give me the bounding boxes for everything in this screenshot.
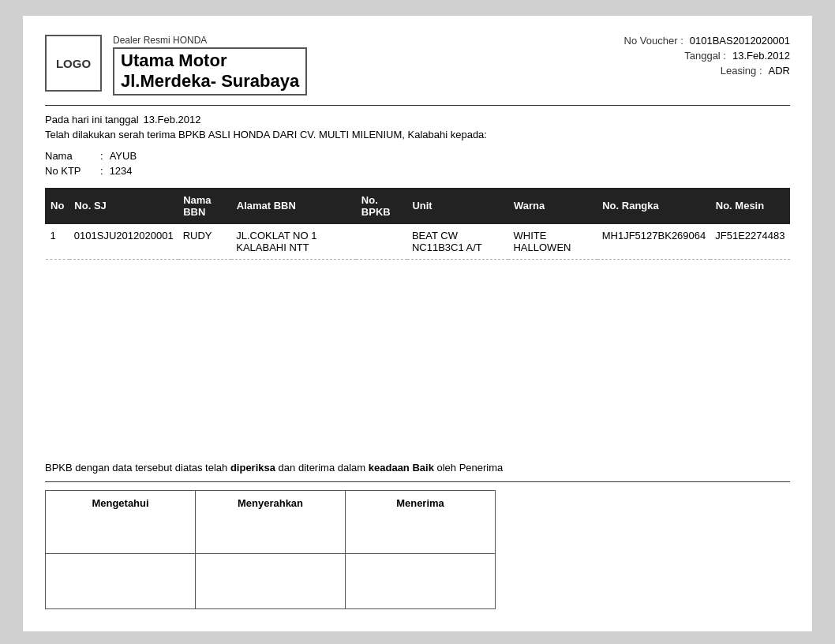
- sig-menyerahkan-space: [196, 554, 346, 609]
- col-no: No: [46, 188, 69, 223]
- table-cell-0-0: 1: [46, 223, 69, 259]
- document-page: LOGO Dealer Resmi HONDA Utama Motor Jl.M…: [23, 16, 812, 631]
- footer-text-middle: dan diterima dalam: [275, 462, 369, 474]
- voucher-value: 0101BAS2012020001: [690, 35, 790, 47]
- bottom-section: BPKB dengan data tersebut diatas telah d…: [45, 452, 790, 609]
- dealer-name: Utama Motor Jl.Merdeka- Surabaya: [113, 47, 307, 95]
- col-no-bpkb: No. BPKB: [356, 188, 407, 223]
- nama-label: Nama: [45, 150, 100, 162]
- sig-mengetahui-space: [46, 554, 196, 609]
- para-text: Telah dilakukan serah terima BPKB ASLI H…: [45, 129, 790, 140]
- table-cell-0-8: JF51E2274483: [710, 223, 789, 259]
- footer-text: BPKB dengan data tersebut diatas telah d…: [45, 462, 790, 474]
- col-no-rangka: No. Rangka: [597, 188, 711, 223]
- sig-menerima-space: [346, 554, 496, 609]
- footer-diperiksa: diperiksa: [230, 462, 275, 474]
- intro-date-line: Pada hari ini tanggal 13.Feb.2012: [45, 114, 790, 125]
- intro-date-value: 13.Feb.2012: [144, 114, 201, 125]
- tanggal-row: Tanggal : 13.Feb.2012: [620, 50, 790, 62]
- table-cell-0-4: [356, 223, 407, 259]
- tanggal-value: 13.Feb.2012: [732, 50, 790, 62]
- col-unit: Unit: [407, 188, 509, 223]
- voucher-label: No Voucher :: [620, 35, 683, 47]
- table-cell-0-1: 0101SJU2012020001: [69, 223, 178, 259]
- dealer-name-line1: Utama Motor: [121, 51, 227, 70]
- logo-box: LOGO: [45, 35, 102, 92]
- sig-menerima: Menerima: [346, 491, 496, 554]
- dealer-resmi-label: Dealer Resmi HONDA: [113, 35, 307, 46]
- table-cell-0-3: JL.COKLAT NO 1 KALABAHI NTT: [231, 223, 356, 259]
- leasing-row: Leasing : ADR: [620, 65, 790, 77]
- table-cell-0-6: WHITE HALLOWEN: [508, 223, 597, 259]
- dealer-name-line2: Jl.Merdeka- Surabaya: [121, 71, 299, 91]
- bpkb-table: No No. SJ Nama BBN Alamat BBN No. BPKB U…: [45, 188, 790, 260]
- dealer-info: Dealer Resmi HONDA Utama Motor Jl.Merdek…: [113, 35, 307, 95]
- noktp-value: 1234: [110, 165, 133, 177]
- table-cell-0-5: BEAT CW NC11B3C1 A/T: [407, 223, 509, 259]
- logo-text: LOGO: [56, 57, 91, 70]
- tanggal-label: Tanggal :: [663, 50, 726, 62]
- voucher-row: No Voucher : 0101BAS2012020001: [620, 35, 790, 47]
- table-cell-0-7: MH1JF5127BK269064: [597, 223, 711, 259]
- nama-colon: :: [100, 150, 103, 162]
- noktp-colon: :: [100, 165, 103, 177]
- footer-keadaan-baik: keadaan Baik: [369, 462, 434, 474]
- nama-row: Nama : AYUB: [45, 150, 790, 162]
- table-row: 10101SJU2012020001RUDYJL.COKLAT NO 1 KAL…: [46, 223, 790, 259]
- leasing-value: ADR: [769, 65, 790, 77]
- col-warna: Warna: [508, 188, 597, 223]
- footer-text-after: oleh Penerima: [434, 462, 503, 474]
- signature-table: Mengetahui Menyerahkan Menerima: [45, 490, 496, 609]
- sig-mengetahui: Mengetahui: [46, 491, 196, 554]
- footer-text-before: BPKB dengan data tersebut diatas telah: [45, 462, 230, 474]
- col-nama-bbn: Nama BBN: [178, 188, 232, 223]
- leasing-label: Leasing :: [699, 65, 762, 77]
- col-no-mesin: No. Mesin: [710, 188, 789, 223]
- noktp-label: No KTP: [45, 165, 100, 177]
- header-section: LOGO Dealer Resmi HONDA Utama Motor Jl.M…: [45, 35, 790, 95]
- signature-space-row: [46, 554, 496, 609]
- header-left: LOGO Dealer Resmi HONDA Utama Motor Jl.M…: [45, 35, 307, 95]
- nama-value: AYUB: [110, 150, 137, 162]
- signature-header-row: Mengetahui Menyerahkan Menerima: [46, 491, 496, 554]
- table-cell-0-2: RUDY: [178, 223, 232, 259]
- table-header-row: No No. SJ Nama BBN Alamat BBN No. BPKB U…: [46, 188, 790, 223]
- on-date-text: Pada hari ini tanggal: [45, 114, 139, 125]
- col-no-sj: No. SJ: [69, 188, 178, 223]
- header-right: No Voucher : 0101BAS2012020001 Tanggal :…: [620, 35, 790, 77]
- sig-menyerahkan: Menyerahkan: [196, 491, 346, 554]
- bottom-divider: [45, 481, 790, 482]
- header-divider: [45, 105, 790, 106]
- noktp-row: No KTP : 1234: [45, 165, 790, 177]
- col-alamat-bbn: Alamat BBN: [231, 188, 356, 223]
